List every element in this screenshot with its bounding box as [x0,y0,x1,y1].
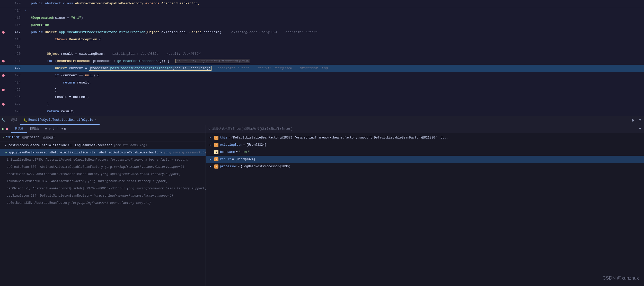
tab-debug[interactable]: 调试 [8,116,20,125]
debug-icon: 🔧 [1,118,5,122]
variables-list: ▶ ≡ this = {DefaultListableBeanFactory@2… [206,133,644,286]
var-type-icon: ≡ [214,136,218,140]
stack-package: (org.springframework.beans.factory.suppo… [104,165,184,169]
thread-status: 在组"main": 正在运行 [22,135,55,140]
var-processor[interactable]: ▶ ≡ processor = {LogBeanPostProcessor@28… [206,163,644,170]
stack-package: (org.springframework.beans.factory.suppo… [101,172,181,176]
expand-icon: ▶ [210,143,213,146]
stack-package: (org.springframework.beans.factory.suppo… [127,187,206,190]
expand-icon: ▶ [210,165,213,168]
gutter-icon: ⬇ [23,7,28,14]
var-type-icon-string: S [214,150,218,154]
thread-name: "main"@1 [6,135,21,139]
stack-method: initializeBean:1780, AbstractAutowireCap… [7,158,109,162]
thread-check-icon: ✓ [3,135,4,139]
var-name-processor: processor [220,165,237,168]
line-number: 419 [0,43,23,50]
line-number: 414 [0,7,23,14]
var-equals: = [232,158,234,161]
stack-frame-3[interactable]: doCreateBean:600, AbstractAutowireCapabl… [0,163,206,171]
stack-frame-8[interactable]: doGetBean:335, AbstractBeanFactory (org.… [0,199,206,207]
thread-row: ✓ "main"@1 在组"main": 正在运行 [0,134,206,141]
stack-frame-4[interactable]: createBean:522, AbstractAutowireCapableB… [0,171,206,178]
filter-icon: ▽ [208,127,210,131]
step-over-icon[interactable]: ↪ [49,126,51,131]
code-container: 414 ⬇ 415 @Deprecated(since = "6.1") 416… [0,7,644,116]
thread-section: ✓ "main"@1 在组"main": 正在运行 [0,133,206,142]
stack-frame-6[interactable]: getObject:-1, AbstractBeanFactory$$Lambd… [0,185,206,192]
line-number: 426 [0,94,23,101]
run-to-cursor-icon[interactable]: ⇥ [61,127,63,131]
var-equals: = [243,143,245,147]
code-line: } [28,86,57,94]
step-out-icon[interactable]: ↑ [57,126,59,131]
resume-icon[interactable]: ▶ [2,126,4,131]
stack-package: (org.springframework.beans.factory.suppo… [88,180,168,183]
debug-content: ▶ ⏹ 调试器 控制台 ≡ ↪ ↓ ↑ ⇥ ⊞ ✓ " [0,125,644,286]
tab-lifecycle-test[interactable]: 🐛 BeanLifeCycleTest.testBeanLifeCycle × [20,116,100,125]
code-line-421: for (BeanPostProcessor processor : getBe… [28,58,250,65]
editor-area: 120 public abstract class AbstractAutowi… [0,0,644,116]
line-number: 420 [0,50,23,58]
stack-method: lambda$doGetBean$0:337, AbstractBeanFact… [7,180,86,183]
stack-method: applyBeanPostProcessorsBeforeInitializat… [8,151,162,154]
debug-tab-bar: 🔧 调试 🐛 BeanLifeCycleTest.testBeanLifeCyc… [0,116,644,125]
left-panel: ▶ ⏹ 调试器 控制台 ≡ ↪ ↓ ↑ ⇥ ⊞ ✓ " [0,125,206,286]
var-equals: = [238,165,240,168]
var-name-existing: existingBean [220,143,242,147]
line-number: 415 [0,14,23,22]
expression-placeholder: 对表达式求值(Enter)或添加监视(Ctrl+Shift+Enter) [212,127,293,131]
code-line-422: Object current = processor.postProcessBe… [28,65,328,72]
maximize-icon[interactable]: ⊡ [637,117,643,123]
stack-frame-0[interactable]: ▸ postProcessBeforeInitialization:13, Lo… [0,142,206,149]
line-number-423: 423 [0,72,23,79]
tab-close-button[interactable]: × [95,118,96,122]
var-existing-bean[interactable]: ▶ ≡ existingBean = {User@3324} [206,141,644,149]
sub-panel-tabs: ▶ ⏹ 调试器 控制台 ≡ ↪ ↓ ↑ ⇥ ⊞ [0,125,206,133]
debug-panel: 🔧 调试 🐛 BeanLifeCycleTest.testBeanLifeCyc… [0,116,644,286]
code-line: } [28,101,49,108]
line-number-422: 422 [0,65,23,72]
code-line: @Deprecated(since = "6.1") [28,14,83,22]
tab-console[interactable]: 控制台 [27,125,42,133]
line-number-417: ↑ 417 [0,29,23,36]
step-into-icon[interactable]: ↓ [52,126,55,131]
var-bean-name[interactable]: ▶ S beanName = "user" [206,149,644,156]
stack-package: (org.springframework.beans.factory.suppo… [164,151,206,154]
evaluate-icon[interactable]: ⊞ [64,127,66,131]
stack-frame-icon: ▸ [5,144,7,147]
stack-method: postProcessBeforeInitialization:13, LogB… [8,144,112,147]
var-value-this: {DefaultListableBeanFactory@2837} "org.s… [231,136,448,140]
code-line: throws BeansException { [28,36,101,43]
line-number-425: 425 [0,86,23,94]
stack-package: (org.springframework.beans.factory.suppo… [110,158,190,162]
line-number: 418 [0,36,23,43]
tab-label: BeanLifeCycleTest.testBeanLifeCycle [28,118,93,122]
var-name-this: this [220,136,227,140]
var-value-result: {User@3324} [235,158,255,161]
stack-frame-2[interactable]: initializeBean:1780, AbstractAutowireCap… [0,156,206,163]
var-result[interactable]: ▶ ≡ result = {User@3324} [206,156,644,163]
var-this[interactable]: ▶ ≡ this = {DefaultListableBeanFactory@2… [206,134,644,141]
stack-frame-7[interactable]: getSingleton:234, DefaultSingletonBeanRe… [0,192,206,199]
stack-package: (com.xun.demo.log) [114,144,147,147]
expand-icon: ▶ [210,158,213,161]
stack-return-icon: ↩ [5,151,7,154]
stack-package: (org.springframework.beans.factory.suppo… [71,201,151,205]
stack-frame-1[interactable]: ↩ applyBeanPostProcessorsBeforeInitializ… [0,149,206,156]
stack-frame-5[interactable]: lambda$doGetBean$0:337, AbstractBeanFact… [0,178,206,185]
show-frames-icon[interactable]: ≡ [45,127,47,131]
code-line-417: public Object applyBeanPostProcessorsBef… [28,29,317,36]
stack-package: (org.springframework.beans.factory.suppo… [93,194,173,198]
tab-debugger[interactable]: 调试器 [11,125,27,133]
line-number-421: 421 [0,58,23,65]
var-name-result: result [220,158,231,161]
line-number-427: 427 [0,101,23,108]
stop-icon[interactable]: ⏹ [6,127,9,131]
expression-bar: ▽ 对表达式求值(Enter)或添加监视(Ctrl+Shift+Enter) + [206,125,644,133]
settings-icon[interactable]: ⚙ [630,117,636,123]
var-type-icon: ≡ [214,143,218,147]
stack-method: getObject:-1, AbstractBeanFactory$$Lambd… [7,187,125,190]
code-line: @Override [28,22,49,29]
add-watch-icon[interactable]: + [639,127,641,131]
